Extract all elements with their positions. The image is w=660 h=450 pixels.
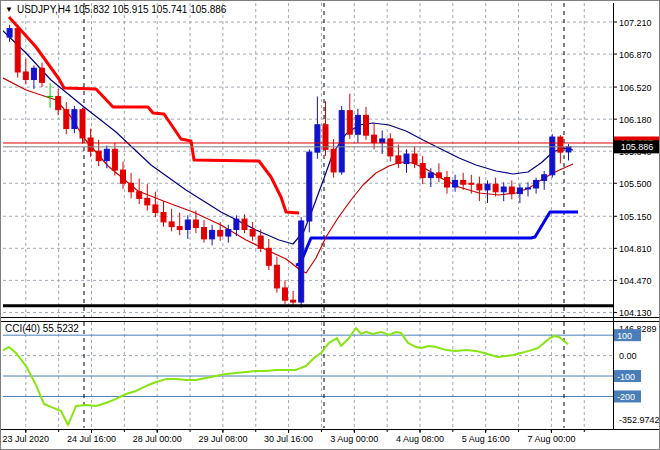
main-chart-plot-area[interactable] — [3, 3, 613, 317]
svg-text:29 Jul 08:00: 29 Jul 08:00 — [198, 434, 247, 444]
chart-title: USDJPY,H4 105.832 105.915 105.741 105.88… — [17, 4, 226, 15]
svg-text:4 Aug 08:00: 4 Aug 08:00 — [396, 434, 444, 444]
svg-text:28 Jul 00:00: 28 Jul 00:00 — [133, 434, 182, 444]
time-axis[interactable]: 23 Jul 202024 Jul 16:0028 Jul 00:0029 Ju… — [3, 430, 585, 445]
svg-text:23 Jul 2020: 23 Jul 2020 — [3, 434, 50, 444]
quick-trade-dropdown-icon[interactable]: ▼ — [5, 6, 13, 14]
chart-window: 107.210106.870106.520106.180105.840105.5… — [0, 0, 660, 450]
cci-indicator-label: CCI(40) 55.5232 — [5, 323, 79, 334]
svg-text:24 Jul 16:00: 24 Jul 16:00 — [67, 434, 116, 444]
svg-text:7 Aug 00:00: 7 Aug 00:00 — [527, 434, 575, 444]
pane-separator[interactable] — [1, 316, 660, 323]
chart-canvas: 107.210106.870106.520106.180105.840105.5… — [1, 1, 660, 450]
svg-text:3 Aug 00:00: 3 Aug 00:00 — [330, 434, 378, 444]
price-axis-scale[interactable] — [614, 3, 660, 429]
chart-title-row: ▼ USDJPY,H4 105.832 105.915 105.741 105.… — [5, 4, 226, 15]
cci-plot-area[interactable] — [3, 322, 613, 428]
svg-text:5 Aug 16:00: 5 Aug 16:00 — [462, 434, 510, 444]
svg-text:30 Jul 16:00: 30 Jul 16:00 — [264, 434, 313, 444]
